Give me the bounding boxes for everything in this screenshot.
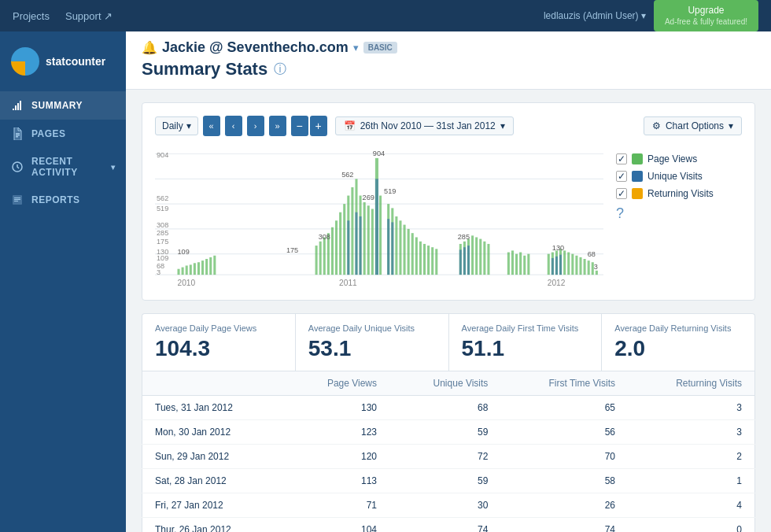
table-row: Sun, 29 Jan 2012 120 72 70 2 <box>142 445 755 469</box>
legend-checkbox-page-views[interactable]: ✓ <box>616 153 627 164</box>
user-info[interactable]: ledlauzis (Admin User) ▾ <box>544 10 646 21</box>
legend-color-returning-visits <box>632 188 643 199</box>
nav-first-btn[interactable]: « <box>203 116 220 136</box>
svg-rect-58 <box>415 237 418 275</box>
cell-first-time-visits: 56 <box>500 420 628 445</box>
svg-rect-69 <box>479 239 481 275</box>
cell-unique-visits: 68 <box>389 396 500 420</box>
cell-date: Sat, 28 Jan 2012 <box>142 469 286 493</box>
metric-first-time-visits: Average Daily First Time Visits 51.1 <box>449 314 603 371</box>
table-header-page-views: Page Views <box>286 371 389 396</box>
svg-rect-94 <box>375 179 378 275</box>
svg-rect-68 <box>475 237 478 275</box>
svg-rect-43 <box>351 187 353 275</box>
site-selector: 🔔 Jackie @ Seventhecho.com ▾ BASIC <box>142 39 755 56</box>
sidebar-item-recent-activity[interactable]: Recent Activity ▾ <box>0 148 126 186</box>
metric-label-first-time-visits: Average Daily First Time Visits <box>462 323 589 333</box>
period-select[interactable]: Daily ▾ <box>155 116 198 135</box>
svg-rect-29 <box>197 262 200 275</box>
table-row: Sat, 28 Jan 2012 113 59 58 1 <box>142 469 755 493</box>
chart-options-label: Chart Options <box>666 120 724 131</box>
metric-value-first-time-visits: 51.1 <box>462 336 589 361</box>
cell-first-time-visits: 26 <box>500 493 628 518</box>
sidebar-label-recent-activity: Recent Activity <box>31 156 103 178</box>
legend-item-returning-visits: ✓ Returning Visits <box>616 188 742 199</box>
sidebar-label-reports: Reports <box>31 194 80 205</box>
cell-page-views: 123 <box>286 420 389 445</box>
table-header-unique-visits: Unique Visits <box>389 371 500 396</box>
upgrade-button[interactable]: Upgrade Ad-free & fully featured! <box>654 0 758 31</box>
svg-rect-82 <box>563 250 566 275</box>
svg-rect-100 <box>552 258 554 275</box>
svg-text:3: 3 <box>594 263 598 271</box>
svg-rect-97 <box>459 249 462 275</box>
svg-rect-74 <box>515 254 518 275</box>
svg-rect-39 <box>335 220 338 275</box>
support-link[interactable]: Support ↗ <box>65 10 113 22</box>
cell-page-views: 104 <box>286 518 389 533</box>
chart-options-button[interactable]: ⚙ Chart Options ▾ <box>644 116 742 135</box>
svg-rect-92 <box>355 212 357 275</box>
svg-rect-62 <box>431 247 433 275</box>
legend-checkbox-unique-visits[interactable]: ✓ <box>616 171 627 182</box>
svg-text:562: 562 <box>157 194 168 202</box>
site-name: Jackie @ Seventhecho.com <box>162 39 349 56</box>
sidebar-item-reports[interactable]: Reports <box>0 186 126 214</box>
cell-page-views: 113 <box>286 469 389 493</box>
svg-rect-60 <box>423 244 426 275</box>
gear-icon: ⚙ <box>652 120 661 131</box>
help-circle-icon[interactable]: ? <box>616 205 742 222</box>
svg-rect-0 <box>16 133 20 134</box>
svg-rect-50 <box>379 196 382 275</box>
zoom-in-btn[interactable]: + <box>310 116 327 136</box>
svg-rect-31 <box>205 259 208 275</box>
svg-rect-26 <box>186 265 188 275</box>
svg-text:109: 109 <box>178 247 190 255</box>
svg-rect-78 <box>548 254 550 275</box>
table-row: Tues, 31 Jan 2012 130 68 65 3 <box>142 396 755 420</box>
help-icon[interactable]: ⓘ <box>274 61 286 78</box>
svg-rect-28 <box>194 263 196 275</box>
zoom-out-btn[interactable]: − <box>291 116 308 136</box>
cell-first-time-visits: 74 <box>500 518 628 533</box>
svg-rect-98 <box>463 247 466 275</box>
main-layout: statcounter Summary Pages Recent Ac <box>0 31 771 532</box>
date-range-picker[interactable]: 📅 26th Nov 2010 — 31st Jan 2012 ▾ <box>335 116 514 135</box>
svg-rect-61 <box>427 246 430 275</box>
nav-next-btn[interactable]: › <box>247 116 264 136</box>
zoom-buttons: − + <box>291 116 327 136</box>
svg-rect-47 <box>367 205 370 275</box>
svg-text:308: 308 <box>319 232 330 240</box>
svg-rect-33 <box>213 256 216 275</box>
legend-color-unique-visits <box>632 171 643 182</box>
metric-value-page-views: 104.3 <box>155 336 282 361</box>
svg-text:285: 285 <box>458 232 470 240</box>
report-icon <box>11 194 24 206</box>
site-dropdown-toggle[interactable]: ▾ <box>353 42 359 54</box>
top-navigation: Projects Support ↗ ledlauzis (Admin User… <box>0 0 771 31</box>
table-row: Mon, 30 Jan 2012 123 59 56 3 <box>142 420 755 445</box>
nav-prev-btn[interactable]: ‹ <box>225 116 242 136</box>
chart-area: 904 562 519 308 285 175 130 109 68 3 <box>155 146 742 287</box>
metric-value-unique-visits: 53.1 <box>308 336 436 361</box>
page-header: 🔔 Jackie @ Seventhecho.com ▾ BASIC Summa… <box>126 31 771 90</box>
svg-text:68: 68 <box>588 250 596 258</box>
page-title-row: Summary Stats ⓘ <box>142 59 755 79</box>
cell-returning-visits: 2 <box>628 445 755 469</box>
cell-page-views: 71 <box>286 493 389 518</box>
cell-returning-visits: 1 <box>628 469 755 493</box>
svg-text:2011: 2011 <box>339 279 357 287</box>
svg-rect-41 <box>343 204 345 275</box>
nav-last-btn[interactable]: » <box>269 116 286 136</box>
svg-rect-59 <box>419 242 422 275</box>
sidebar-item-summary[interactable]: Summary <box>0 91 126 120</box>
projects-link[interactable]: Projects <box>13 10 50 22</box>
metric-label-returning-visits: Average Daily Returning Visits <box>614 323 742 333</box>
svg-rect-75 <box>519 253 522 275</box>
svg-rect-88 <box>588 260 590 275</box>
statcounter-logo-icon <box>11 47 39 76</box>
legend-checkbox-returning-visits[interactable]: ✓ <box>616 188 627 199</box>
metric-label-unique-visits: Average Daily Unique Visits <box>308 323 436 333</box>
sidebar-item-pages[interactable]: Pages <box>0 120 126 148</box>
svg-rect-70 <box>483 242 485 275</box>
